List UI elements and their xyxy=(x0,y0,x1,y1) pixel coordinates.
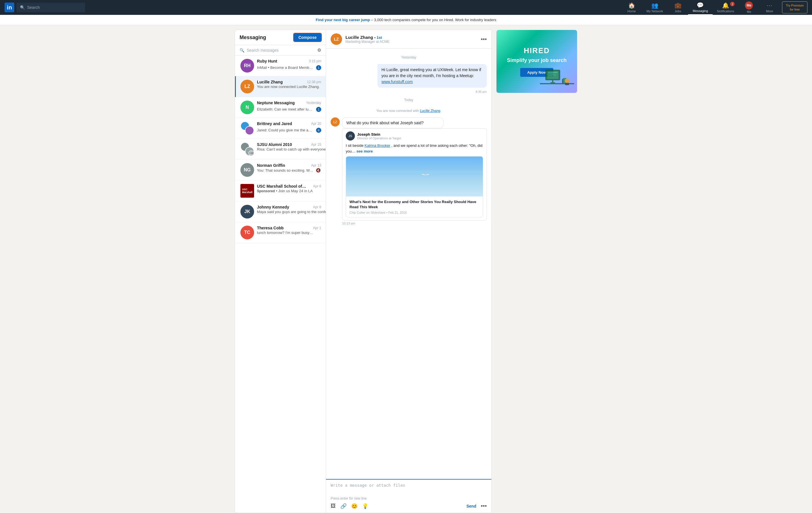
nav-more[interactable]: ⋯ More xyxy=(759,0,780,15)
navbar: in 🔍 🏠 Home 👥 My Network 💼 Jobs 💬 Messag… xyxy=(0,0,812,15)
conversation-content: SJSU Alumni 2010 Apr 15 Risa: Can't wait… xyxy=(257,142,321,151)
nav-notifications[interactable]: 🔔 2 Notifications xyxy=(713,0,739,15)
attach-image-icon[interactable]: 🖼 xyxy=(330,503,336,509)
nav-home-label: Home xyxy=(628,9,636,13)
attach-link-icon[interactable]: 🔗 xyxy=(340,503,347,509)
sky-background xyxy=(346,156,483,197)
mentioned-person-link[interactable]: Katrina Brooker xyxy=(365,143,390,148)
nav-my-network-label: My Network xyxy=(646,9,663,13)
svg-rect-7 xyxy=(550,82,555,83)
message-link[interactable]: www.funstuff.com xyxy=(381,79,412,84)
post-text: I sit beside Katrina Brooker , and we sp… xyxy=(346,143,483,154)
nav-messaging[interactable]: 💬 Messaging xyxy=(688,0,713,15)
post-author-title: Director of Operations at Target xyxy=(357,137,401,140)
sender-avatar: LZ xyxy=(330,117,340,126)
unread-badge: 1 xyxy=(316,107,321,112)
search-messages-input[interactable] xyxy=(247,48,315,53)
nav-my-network[interactable]: 👥 My Network xyxy=(642,0,668,15)
advertisement-card: HIRED Simplify your job search Apply Now xyxy=(496,30,577,93)
notifications-icon: 🔔 xyxy=(722,2,729,9)
nav-more-label: More xyxy=(766,9,773,13)
main-nav: 🏠 Home 👥 My Network 💼 Jobs 💬 Messaging 🔔… xyxy=(621,0,807,15)
received-message: Hi Lucille, great meeting you at UXWeek.… xyxy=(377,64,487,88)
conversations-list: RH Ruby Hunt 3:15 pm InMail • Become a B… xyxy=(235,55,326,513)
message-timestamp: 4:36 pm xyxy=(475,90,487,93)
nav-me[interactable]: Me Me xyxy=(738,0,759,15)
linkedin-logo[interactable]: in xyxy=(5,3,14,12)
message-time: Apr 1 xyxy=(313,226,321,230)
chat-panel: LZ Lucille Zhang • 1st Marketing Manager… xyxy=(326,30,492,513)
bird-icon xyxy=(421,173,430,178)
message-preview: Maya said you guys are going to the conf… xyxy=(257,210,326,214)
svg-rect-2 xyxy=(548,72,558,73)
message-timestamp: 10:13 am xyxy=(342,222,487,225)
compose-more-button[interactable]: ••• xyxy=(481,503,487,509)
conversation-content: Neptune Messaging Yesterday Elizabeth: C… xyxy=(257,101,321,112)
ad-image: HIRED Simplify your job search Apply Now xyxy=(496,30,577,93)
lightbulb-icon[interactable]: 💡 xyxy=(362,503,368,509)
connected-name-link[interactable]: Lucille Zhang xyxy=(420,109,440,113)
send-button[interactable]: Send xyxy=(466,504,476,508)
ad-brand-title: HIRED xyxy=(524,46,550,55)
nav-notifications-label: Notifications xyxy=(717,9,734,13)
chat-messages: Yesterday Hi Lucille, great meeting you … xyxy=(326,49,491,479)
contact-name: SJSU Alumni 2010 xyxy=(257,142,292,147)
message-time: Apr 8 xyxy=(313,205,321,209)
avatar: TC xyxy=(240,226,254,239)
contact-name: Lucille Zhang xyxy=(257,80,283,84)
emoji-icon[interactable]: 😊 xyxy=(351,503,357,509)
avatar: USCMarshall xyxy=(240,184,254,198)
list-item[interactable]: NG Norman Griffin Apr 13 You: That sound… xyxy=(235,160,326,180)
compose-button[interactable]: Compose xyxy=(294,33,321,41)
post-author-header: JS Joseph Stein Director of Operations a… xyxy=(346,132,483,141)
article-card[interactable]: What's Next for the Economy and Other St… xyxy=(346,156,483,217)
main-layout: Messaging Compose 🔍 ⚙ RH Ruby Hunt 3:15 … xyxy=(235,25,577,513)
chat-header: LZ Lucille Zhang • 1st Marketing Manager… xyxy=(326,30,491,49)
banner-text: – 3,000 tech companies compete for you o… xyxy=(370,18,496,22)
try-premium-button[interactable]: Try Premium for free xyxy=(782,1,807,14)
conversation-content: Johnny Kennedy Apr 8 Maya said you guys … xyxy=(257,205,321,214)
sidebar-header: Messaging Compose xyxy=(235,30,326,45)
list-item[interactable]: RH Ruby Hunt 3:15 pm InMail • Become a B… xyxy=(235,55,326,76)
avatar: LZ xyxy=(240,80,254,93)
article-meta: Chip Cutter on Slideshare • Feb 21, 2016 xyxy=(349,211,480,214)
chat-contact-name: Lucille Zhang • 1st xyxy=(346,35,477,40)
message-input[interactable] xyxy=(330,483,487,494)
home-icon: 🏠 xyxy=(628,2,635,9)
nav-home[interactable]: 🏠 Home xyxy=(621,0,642,15)
list-item[interactable]: USCMarshall USC Marshall School of… Apr … xyxy=(235,180,326,201)
post-author-name: Joseph Stein xyxy=(357,132,401,137)
banner-link[interactable]: Find your next big career jump xyxy=(316,18,370,22)
list-item[interactable]: JK Johnny Kennedy Apr 8 Maya said you gu… xyxy=(235,201,326,222)
unread-badge: 6 xyxy=(316,128,321,133)
search-input[interactable] xyxy=(27,5,82,10)
message-time: Yesterday xyxy=(306,101,321,105)
shared-post-card[interactable]: JS Joseph Stein Director of Operations a… xyxy=(342,128,487,221)
avatar: JK xyxy=(240,205,254,219)
search-messages-bar[interactable]: 🔍 ⚙ xyxy=(235,45,326,55)
svg-point-12 xyxy=(565,79,569,83)
chat-more-button[interactable]: ••• xyxy=(481,36,487,42)
contact-name: USC Marshall School of… xyxy=(257,184,306,189)
message-time: Apr 6 xyxy=(313,184,321,188)
message-time: 3:15 pm xyxy=(309,59,321,63)
search-bar[interactable]: 🔍 xyxy=(17,3,85,12)
see-more-button[interactable]: see more xyxy=(357,149,373,153)
list-item[interactable]: N Neptune Messaging Yesterday Elizabeth:… xyxy=(235,97,326,118)
avatar: RH xyxy=(240,59,254,73)
article-title: What's Next for the Economy and Other St… xyxy=(349,199,480,210)
date-divider-yesterday: Yesterday xyxy=(330,55,487,59)
filter-icon[interactable]: ⚙ xyxy=(317,48,321,53)
compose-hint: Press enter for new line xyxy=(330,496,487,501)
list-item[interactable]: +48 SJSU Alumni 2010 Apr 15 Risa: Can't … xyxy=(235,139,326,160)
nav-jobs[interactable]: 💼 Jobs xyxy=(668,0,688,15)
list-item[interactable]: LZ Lucille Zhang 12:38 pm You are now co… xyxy=(235,76,326,97)
mute-icon: 🔇 xyxy=(316,168,321,173)
search-messages-icon: 🔍 xyxy=(239,48,244,53)
list-item[interactable]: TC Theresa Cobb Apr 1 lunch tomorrow? I'… xyxy=(235,222,326,243)
conversation-content: Theresa Cobb Apr 1 lunch tomorrow? I'm s… xyxy=(257,226,321,235)
connection-notice: You are now connected with Lucille Zhang… xyxy=(330,109,487,113)
compose-area: Press enter for new line 🖼 🔗 😊 💡 Send ••… xyxy=(326,479,491,513)
list-item[interactable]: Brittney and Jared Apr 20 Jared: Could y… xyxy=(235,118,326,139)
messaging-sidebar: Messaging Compose 🔍 ⚙ RH Ruby Hunt 3:15 … xyxy=(235,30,326,513)
